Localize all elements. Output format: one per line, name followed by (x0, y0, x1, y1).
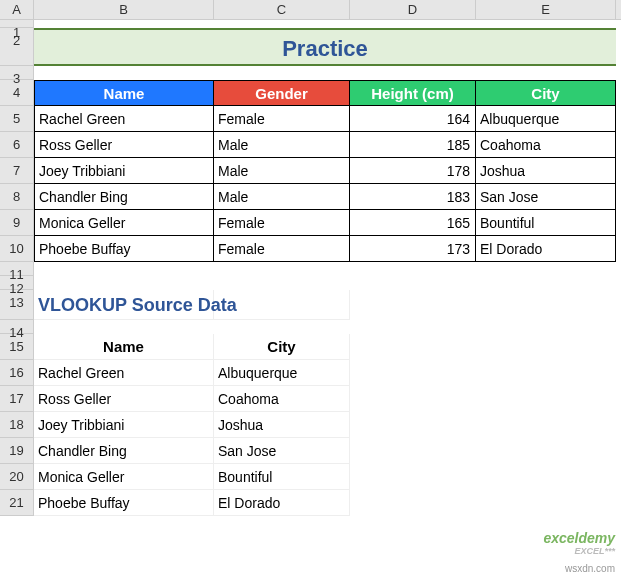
vlookup-row: Chandler Bing San Jose (34, 438, 616, 464)
vcell-city[interactable]: Coahoma (214, 386, 350, 412)
vcell-city[interactable]: Albuquerque (214, 360, 350, 386)
row-header-10[interactable]: 10 (0, 236, 34, 262)
row-header-7[interactable]: 7 (0, 158, 34, 184)
cell-height[interactable]: 173 (350, 236, 476, 262)
col-header-E[interactable]: E (476, 0, 616, 19)
col-header-D[interactable]: D (350, 0, 476, 19)
th-gender[interactable]: Gender (214, 80, 350, 106)
vlookup-title-row: VLOOKUP Source Data (34, 290, 616, 320)
cell-city[interactable]: San Jose (476, 184, 616, 210)
row-header-12[interactable]: 12 (0, 276, 34, 290)
watermark-text: exceldemy (543, 530, 615, 546)
watermark-sub: EXCEL*** (543, 546, 615, 556)
row-header-4[interactable]: 4 (0, 80, 34, 106)
cell-city[interactable]: Coahoma (476, 132, 616, 158)
th-height[interactable]: Height (cm) (350, 80, 476, 106)
column-headers: A B C D E (0, 0, 621, 20)
spreadsheet: A B C D E 1 2 3 4 5 6 7 8 9 10 11 12 13 … (0, 0, 621, 20)
cell-city[interactable]: Joshua (476, 158, 616, 184)
cell-city[interactable]: Albuquerque (476, 106, 616, 132)
row-header-18[interactable]: 18 (0, 412, 34, 438)
table-row: Rachel Green Female 164 Albuquerque (34, 106, 616, 132)
table-row: Phoebe Buffay Female 173 El Dorado (34, 236, 616, 262)
row-headers: 1 2 3 4 5 6 7 8 9 10 11 12 13 14 15 16 1… (0, 20, 34, 516)
row-header-21[interactable]: 21 (0, 490, 34, 516)
row-header-5[interactable]: 5 (0, 106, 34, 132)
row-header-8[interactable]: 8 (0, 184, 34, 210)
vcell-city[interactable]: Joshua (214, 412, 350, 438)
vh-name[interactable]: Name (34, 334, 214, 360)
row-header-13[interactable]: 13 (0, 290, 34, 320)
cell-name[interactable]: Joey Tribbiani (34, 158, 214, 184)
cell-gender[interactable]: Female (214, 236, 350, 262)
vlookup-title[interactable]: VLOOKUP Source Data (34, 290, 214, 320)
cell-name[interactable]: Phoebe Buffay (34, 236, 214, 262)
col-header-C[interactable]: C (214, 0, 350, 19)
cell-height[interactable]: 185 (350, 132, 476, 158)
watermark-logo: exceldemy EXCEL*** (543, 530, 615, 556)
vcell-name[interactable]: Ross Geller (34, 386, 214, 412)
row-header-20[interactable]: 20 (0, 464, 34, 490)
table-row: Chandler Bing Male 183 San Jose (34, 184, 616, 210)
cell-gender[interactable]: Male (214, 158, 350, 184)
table-row: Monica Geller Female 165 Bountiful (34, 210, 616, 236)
vcell-name[interactable]: Rachel Green (34, 360, 214, 386)
row-header-9[interactable]: 9 (0, 210, 34, 236)
table-header-row: Name Gender Height (cm) City (34, 80, 616, 106)
cell-name[interactable]: Monica Geller (34, 210, 214, 236)
vlookup-row: Rachel Green Albuquerque (34, 360, 616, 386)
row-header-15[interactable]: 15 (0, 334, 34, 360)
vcell-name[interactable]: Joey Tribbiani (34, 412, 214, 438)
row-header-17[interactable]: 17 (0, 386, 34, 412)
row-header-14[interactable]: 14 (0, 320, 34, 334)
vcell-name[interactable]: Phoebe Buffay (34, 490, 214, 516)
vcell-name[interactable]: Chandler Bing (34, 438, 214, 464)
vlookup-row: Joey Tribbiani Joshua (34, 412, 616, 438)
vh-city[interactable]: City (214, 334, 350, 360)
attribution-text: wsxdn.com (565, 563, 615, 574)
vcell-city[interactable]: San Jose (214, 438, 350, 464)
vcell-city[interactable]: El Dorado (214, 490, 350, 516)
vlookup-row: Phoebe Buffay El Dorado (34, 490, 616, 516)
cell-city[interactable]: Bountiful (476, 210, 616, 236)
row-header-6[interactable]: 6 (0, 132, 34, 158)
vcell-name[interactable]: Monica Geller (34, 464, 214, 490)
cell-height[interactable]: 183 (350, 184, 476, 210)
row-header-1[interactable]: 1 (0, 20, 34, 28)
th-name[interactable]: Name (34, 80, 214, 106)
table-row: Joey Tribbiani Male 178 Joshua (34, 158, 616, 184)
vlookup-row: Ross Geller Coahoma (34, 386, 616, 412)
col-header-B[interactable]: B (34, 0, 214, 19)
vlookup-header-row: Name City (34, 334, 616, 360)
cell-height[interactable]: 178 (350, 158, 476, 184)
th-city[interactable]: City (476, 80, 616, 106)
cell-height[interactable]: 165 (350, 210, 476, 236)
row-header-19[interactable]: 19 (0, 438, 34, 464)
row-header-3[interactable]: 3 (0, 66, 34, 80)
vcell-city[interactable]: Bountiful (214, 464, 350, 490)
table-row: Ross Geller Male 185 Coahoma (34, 132, 616, 158)
vlookup-row: Monica Geller Bountiful (34, 464, 616, 490)
cell-grid: Name Gender Height (cm) City Rachel Gree… (34, 20, 616, 516)
cell-gender[interactable]: Female (214, 210, 350, 236)
col-header-A[interactable]: A (0, 0, 34, 19)
cell-city[interactable]: El Dorado (476, 236, 616, 262)
row-header-16[interactable]: 16 (0, 360, 34, 386)
cell-name[interactable]: Ross Geller (34, 132, 214, 158)
row-header-2[interactable]: 2 (0, 28, 34, 66)
cell-height[interactable]: 164 (350, 106, 476, 132)
cell-name[interactable]: Chandler Bing (34, 184, 214, 210)
cell-gender[interactable]: Male (214, 132, 350, 158)
row-header-11[interactable]: 11 (0, 262, 34, 276)
cell-gender[interactable]: Male (214, 184, 350, 210)
cell-name[interactable]: Rachel Green (34, 106, 214, 132)
cell-gender[interactable]: Female (214, 106, 350, 132)
